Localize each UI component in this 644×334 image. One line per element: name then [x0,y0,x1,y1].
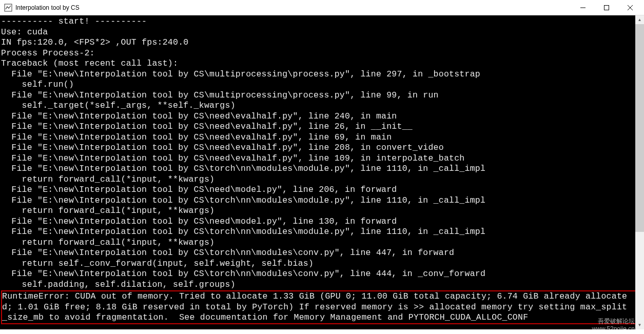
scroll-track[interactable] [635,24,644,321]
minimize-button[interactable] [571,0,595,15]
traceback-header: Traceback (most recent call last): [1,58,178,68]
traceback-frames: File "E:\new\Interpolation tool by CS\mu… [1,69,485,289]
scroll-down-button[interactable]: ▼ [635,321,644,329]
vertical-scrollbar[interactable]: ▲ ▼ [635,15,644,329]
banner-line: ---------- start! ---------- [1,16,147,26]
process-line: Process Process-2: [1,48,95,58]
window-controls [571,0,642,15]
window-title: Interpolation tool by CS [15,4,571,11]
fps-line: IN fps:120.0, <FPS*2> ,OUT fps:240.0 [1,37,188,47]
runtime-error-message: RuntimeError: CUDA out of memory. Tried … [2,291,627,322]
watermark-line1: 吾爱破解论坛 [592,318,635,325]
console-output: ---------- start! ---------- Use: cuda I… [0,15,644,329]
title-bar: Interpolation tool by CS [0,0,644,15]
watermark-line2: www.52pojie.cn [592,325,635,333]
device-line: Use: cuda [1,27,48,37]
watermark: 吾爱破解论坛 www.52pojie.cn [592,318,635,333]
app-icon [4,4,12,12]
scroll-thumb[interactable] [635,24,644,232]
svg-rect-1 [604,5,609,10]
error-highlight-box: RuntimeError: CUDA out of memory. Tried … [1,290,644,324]
close-button[interactable] [618,0,642,15]
scroll-up-button[interactable]: ▲ [635,15,644,24]
maximize-button[interactable] [595,0,618,15]
